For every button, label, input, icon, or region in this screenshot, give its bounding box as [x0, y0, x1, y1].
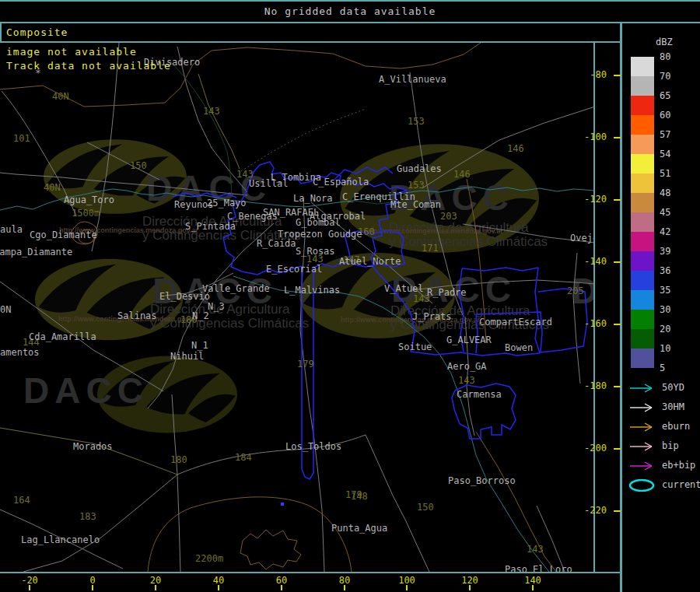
y-axis-tick-mark — [614, 75, 621, 76]
x-axis-tick-mark — [92, 585, 93, 590]
map-place-label: J_Prats — [412, 311, 452, 322]
route-number-label: 1500m — [72, 208, 100, 219]
route-number-label: 180 — [170, 454, 187, 465]
legend-label: eburn — [662, 421, 690, 432]
route-number-label: 179 — [297, 359, 314, 370]
map-place-label: A_Villanueva — [379, 74, 446, 85]
scale-value-label: 5 — [660, 363, 665, 373]
scale-swatch — [631, 173, 654, 193]
scale-swatch — [631, 76, 654, 96]
map-place-label: Cda_Amarilla — [29, 331, 96, 342]
route-number-label: 150 — [417, 502, 434, 513]
track-arrow-icon — [628, 421, 658, 433]
roads-tan — [0, 43, 556, 572]
legend-label: 30HM — [662, 401, 684, 412]
route-number-label: 148 — [351, 491, 368, 502]
scale-value-label: 10 — [660, 343, 670, 354]
map-place-label: 0N — [0, 304, 11, 315]
map-place-label: Morados — [73, 441, 113, 452]
route-number-label: 2200m — [195, 553, 223, 564]
x-axis-tick-label: 120 — [451, 575, 488, 586]
radar-app-window: No gridded data available Composite — [0, 0, 700, 592]
x-axis-tick-label: -20 — [11, 575, 48, 586]
y-axis-tick-mark — [614, 448, 621, 450]
route-number-label: 101 — [13, 133, 30, 144]
map-right-axis-line — [593, 43, 595, 572]
y-axis-tick-label: -160 — [572, 318, 607, 329]
map-place-label: aula — [0, 224, 23, 235]
scale-swatch — [631, 310, 654, 329]
scale-value-label: 39 — [660, 246, 670, 257]
map-place-label: Agua_Toro — [64, 194, 114, 205]
map-place-label: C_Benegas — [227, 211, 278, 222]
map-area[interactable]: image not available Track data not avail… — [0, 43, 595, 572]
route-number-label: 146 — [453, 169, 471, 180]
scale-title: dBZ — [656, 37, 673, 47]
route-number-label: 153 — [408, 116, 425, 127]
route-number-label: 143 — [458, 375, 475, 386]
x-axis-tick-label: 40 — [200, 575, 237, 586]
scale-swatch — [631, 349, 654, 368]
map-place-label: N_2 — [192, 310, 209, 321]
y-axis-tick-label: -220 — [572, 505, 607, 516]
route-number-label: 150 — [130, 160, 147, 171]
map-place-label: Soitue — [398, 342, 432, 352]
route-number-label: 143 — [527, 544, 544, 555]
map-place-label: Los_Toldos — [285, 441, 341, 452]
legend-label: 50YD — [662, 382, 684, 393]
scale-value-label: 48 — [660, 187, 670, 198]
map-place-label: Salinas — [117, 310, 157, 321]
legend-item-50YD: 50YD — [622, 381, 700, 395]
x-axis-tick-mark — [281, 585, 282, 590]
x-axis-tick-label: 60 — [263, 575, 300, 586]
track-arrow-icon — [628, 440, 658, 453]
scale-swatch — [631, 271, 654, 290]
scale-sidebar: dBZ 80706560575451484542393635302010550Y… — [620, 23, 700, 592]
x-axis-tick-label: 80 — [326, 575, 363, 586]
scale-value-label: 57 — [660, 129, 670, 140]
map-place-label: Valle_Grande — [202, 283, 270, 294]
y-axis-tick-label: -200 — [572, 443, 607, 454]
x-axis: -20020406080100120140 — [0, 573, 620, 592]
route-number-label: 164 — [13, 495, 30, 506]
x-axis-tick-mark — [532, 585, 534, 590]
map-place-label: S_Rosas — [296, 246, 335, 257]
image-not-available-message: image not available — [6, 46, 137, 58]
y-axis-tick-mark — [614, 199, 621, 201]
y-axis-tick-label: -120 — [572, 194, 607, 205]
scale-swatch — [631, 115, 654, 135]
route-number-label: 40N — [52, 91, 69, 102]
map-place-label: El_Desvio — [159, 291, 210, 302]
scale-value-label: 60 — [660, 110, 670, 121]
status-title-text: No gridded data available — [264, 5, 436, 17]
scale-swatch — [631, 135, 654, 154]
map-place-label: R_Caida — [257, 238, 296, 249]
scale-value-label: 51 — [660, 168, 670, 179]
y-axis-tick-mark — [614, 386, 621, 387]
route-number-label: 153 — [408, 180, 425, 191]
map-place-label: S_Pintada — [185, 221, 236, 232]
x-axis-tick-label: 0 — [74, 575, 111, 586]
roads-olive — [0, 74, 240, 475]
map-place-label: G_ALVEAR — [446, 335, 492, 345]
legend-item-ebbip: eb+bip — [622, 459, 700, 473]
scale-swatch — [631, 329, 654, 349]
route-number-label: 203 — [440, 211, 457, 222]
x-axis-tick-mark — [218, 585, 219, 590]
y-axis-tick-label: -80 — [572, 69, 607, 80]
mode-label[interactable]: Composite — [6, 26, 68, 38]
x-axis-tick-mark — [344, 585, 345, 590]
scale-value-label: 20 — [660, 324, 670, 335]
map-place-label: R_Padre — [427, 287, 467, 298]
scale-value-label: 65 — [660, 90, 670, 101]
map-place-label: Cgo_Diamante — [30, 229, 97, 240]
scale-swatch — [631, 96, 654, 115]
map-place-label: Paso El_Loro — [505, 564, 572, 572]
map-place-label: Paso_Borroso — [448, 475, 516, 486]
map-place-label: G_bombal — [296, 217, 341, 228]
legend-item-current: current — [622, 478, 700, 492]
y-axis-tick-mark — [614, 261, 621, 263]
map-place-label: L_Malvinas — [284, 285, 340, 296]
x-axis-tick-mark — [469, 585, 471, 590]
scale-value-label: 35 — [660, 285, 670, 296]
